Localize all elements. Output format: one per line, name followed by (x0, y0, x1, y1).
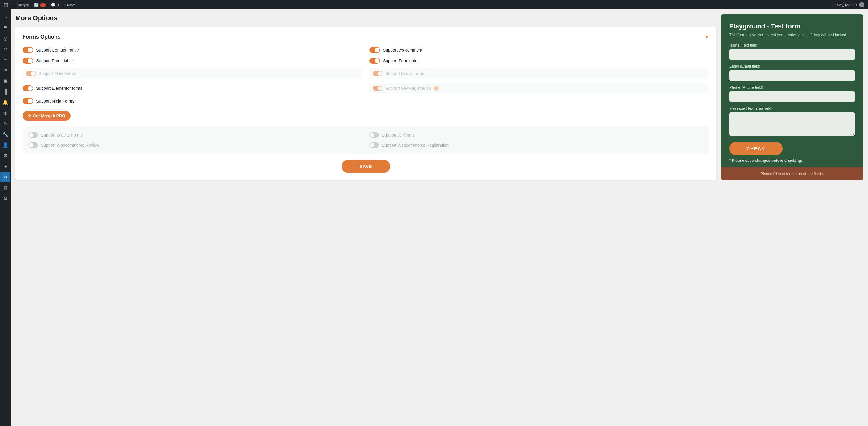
field-message: Message (Text area field) (729, 106, 855, 137)
card-collapse-icon[interactable]: ▼ (704, 34, 709, 40)
forms-options-card: Forms Options ▼ Support Contact from 7 S… (16, 27, 716, 180)
toggle-row-gravityforms: Support Gravity Forms (28, 132, 362, 138)
sidebar-icon-mail[interactable]: ✉ (0, 44, 10, 54)
toggle-wpregistration[interactable] (373, 86, 382, 91)
toggle-label-wpcomment: Support wp comment (383, 48, 422, 53)
error-message: Please fill in at least one of the field… (761, 171, 824, 176)
toggle-label-woocommentreview: Support Woocommerce Review (41, 143, 99, 148)
options-grid: Support Contact from 7 Support wp commen… (23, 47, 709, 104)
toggle-row-wpcomment: Support wp comment (369, 47, 709, 53)
comments-item[interactable]: 💬 0 (51, 3, 59, 7)
info-icon-wpregistration[interactable]: i (434, 86, 439, 91)
toggle-elementor[interactable] (23, 85, 33, 91)
playground-title: Playground - Test form (729, 23, 855, 30)
error-bar: Please fill in at least one of the field… (721, 167, 863, 180)
toggle-forminator[interactable] (369, 58, 380, 64)
page-title: More Options (16, 14, 716, 22)
card-header: Forms Options ▼ (23, 34, 709, 40)
playground-panel: Playground - Test form This form allows … (721, 14, 863, 180)
home-icon: ⌂ (13, 3, 16, 7)
toggle-row-woocommentreview: Support Woocommerce Review (28, 142, 362, 148)
toggle-fluentforms[interactable] (26, 71, 36, 76)
toggle-row-wooregistration: Support Woocommerce Registration (369, 142, 703, 148)
left-panel: More Options Forms Options ▼ Support Con… (16, 14, 716, 180)
updates-icon: 🔄 (34, 3, 38, 7)
new-item[interactable]: + New (63, 3, 75, 7)
input-email[interactable] (729, 70, 855, 81)
toggle-row-fluentforms: Support Fluentforms (23, 68, 362, 78)
wp-logo-icon[interactable]: ⊞ (4, 1, 9, 8)
toggle-row-wpforms: Support WPforms (369, 132, 703, 138)
input-name[interactable] (729, 49, 855, 60)
plus-icon: + (63, 3, 66, 7)
toggle-row-contact7: Support Contact from 7 (23, 47, 362, 53)
comments-icon: 💬 (51, 3, 56, 7)
sidebar: ⌂ ⚑ ◎ ✉ ☰ W ▣ ▐ 🔔 ⊕ ✎ 🔧 👤 ⚙ ⊞ ✕ ▦ ⚙ (0, 9, 11, 426)
sidebar-icon-flag[interactable]: ⚑ (0, 23, 10, 33)
save-warning-text: * Please save changes before checking. (729, 158, 855, 163)
site-name[interactable]: ⌂ Maspik (13, 3, 29, 7)
toggle-label-gravityforms: Support Gravity Forms (41, 133, 83, 137)
toggle-contact7[interactable] (23, 47, 33, 53)
toggle-bricksforms[interactable] (373, 71, 382, 76)
toggle-label-formidable: Support Formidable (36, 58, 73, 63)
label-name: Name (Text field) (729, 43, 855, 47)
toggle-row-forminator: Support Forminator (369, 58, 709, 64)
sidebar-icon-table[interactable]: ▦ (0, 183, 10, 193)
toggle-label-bricksforms: Support Bricks forms (385, 71, 424, 76)
sidebar-icon-settings2[interactable]: ⚙ (0, 193, 10, 203)
check-button[interactable]: CHECK (729, 142, 783, 155)
sidebar-icon-tag[interactable]: ⊕ (0, 108, 10, 118)
get-pro-button[interactable]: ☆ Get Maspik PRO (23, 111, 70, 121)
toggle-wpforms[interactable] (369, 132, 379, 138)
sidebar-icon-pin[interactable]: ✎ (0, 119, 10, 129)
sidebar-icon-woo[interactable]: W (0, 65, 10, 75)
playground-description: This form allows you to test your entrie… (729, 33, 855, 37)
sidebar-icon-grid[interactable]: ⊞ (0, 161, 10, 171)
sidebar-icon-tool[interactable]: ⚙ (0, 151, 10, 161)
toggle-label-wooregistration: Support Woocommerce Registration (382, 143, 448, 148)
toggle-row-ninjaforms: Support Ninja Forms (23, 98, 362, 104)
sidebar-icon-block[interactable]: ▣ (0, 76, 10, 86)
save-area: SAVE (23, 154, 709, 173)
input-message[interactable] (729, 112, 855, 136)
admin-bar: ⊞ ⌂ Maspik 🔄 19 💬 0 + New Howdy, Maspik (0, 0, 868, 9)
toggle-row-formidable: Support Formidable (23, 58, 362, 64)
toggle-formidable[interactable] (23, 58, 33, 64)
field-email: Email (Email field) (729, 64, 855, 81)
toggle-label-wpregistration: Support WP Registration (385, 86, 431, 91)
toggle-label-elementor: Support Elementor forms (36, 86, 83, 91)
toggle-label-forminator: Support Forminator (383, 58, 419, 63)
toggle-gravityforms[interactable] (28, 132, 38, 138)
toggle-wpcomment[interactable] (369, 47, 380, 53)
field-name: Name (Text field) (729, 43, 855, 60)
toggle-ninjaforms[interactable] (23, 98, 33, 104)
pro-options-grid: Support Gravity Forms Support WPforms Su… (28, 132, 703, 148)
sidebar-icon-circle[interactable]: ◎ (0, 33, 10, 43)
sidebar-icon-person[interactable]: 👤 (0, 140, 10, 150)
toggle-wooregistration[interactable] (369, 142, 379, 148)
star-icon: ☆ (28, 114, 31, 118)
label-message: Message (Text area field) (729, 106, 855, 110)
card-title: Forms Options (23, 34, 60, 40)
pro-locked-section: Support Gravity Forms Support WPforms Su… (23, 127, 709, 154)
toggle-label-fluentforms: Support Fluentforms (38, 71, 76, 76)
sidebar-icon-x[interactable]: ✕ (0, 172, 10, 182)
input-phone[interactable] (729, 91, 855, 102)
sidebar-icon-wrench[interactable]: 🔧 (0, 129, 10, 139)
toggle-row-bricksforms: Support Bricks forms (369, 68, 709, 78)
toggle-woocommentreview[interactable] (28, 142, 38, 148)
toggle-label-ninjaforms: Support Ninja Forms (36, 99, 74, 103)
sidebar-icon-bell[interactable]: 🔔 (0, 97, 10, 107)
save-button[interactable]: SAVE (342, 160, 390, 173)
label-phone: Phone (Phone field) (729, 85, 855, 90)
toggle-row-elementor: Support Elementor forms (23, 83, 362, 93)
avatar (859, 2, 864, 7)
sidebar-icon-bar[interactable]: ▐ (0, 87, 10, 97)
field-phone: Phone (Phone field) (729, 85, 855, 102)
sidebar-icon-list[interactable]: ☰ (0, 55, 10, 65)
toggle-row-wpregistration: Support WP Registration i (369, 83, 709, 93)
sidebar-icon-home[interactable]: ⌂ (0, 12, 10, 22)
main-content: More Options Forms Options ▼ Support Con… (11, 9, 868, 426)
updates-item[interactable]: 🔄 19 (34, 3, 46, 7)
